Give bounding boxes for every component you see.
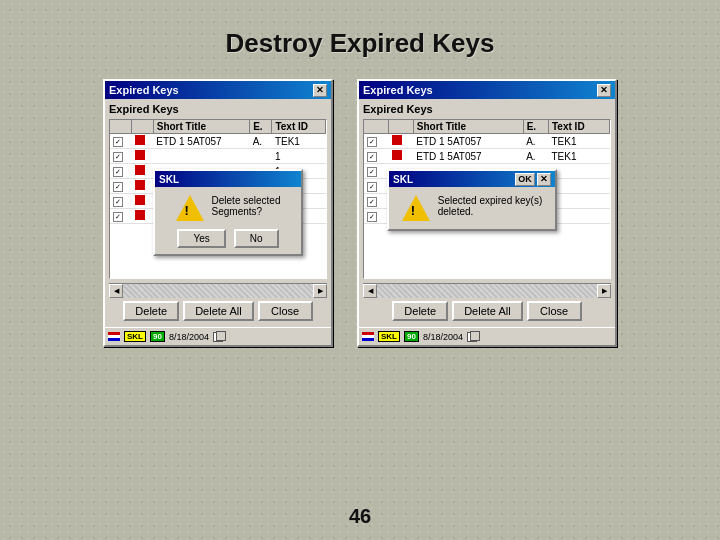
col-text-id: Text ID bbox=[549, 120, 610, 134]
checkbox[interactable] bbox=[113, 182, 123, 192]
textid-cell bbox=[549, 194, 610, 209]
warning-icon bbox=[176, 195, 204, 223]
confirm-dialog-buttons: Yes No bbox=[161, 229, 295, 248]
dialog2-titlebar-buttons: ✕ bbox=[597, 84, 611, 97]
textid-cell: 1 bbox=[272, 149, 326, 164]
table-row: ETD 1 5AT057 A. TEK1 bbox=[364, 149, 610, 164]
scroll-right-arrow[interactable]: ▶ bbox=[597, 284, 611, 298]
red-indicator bbox=[392, 150, 402, 160]
taskbar-date: 8/18/2004 bbox=[169, 332, 209, 342]
close-button[interactable]: Close bbox=[527, 301, 582, 321]
short-title-cell: ETD 1 5AT057 bbox=[153, 134, 249, 149]
red-indicator bbox=[135, 210, 145, 220]
message-dialog-row: Selected expired key(s)deleted. bbox=[402, 195, 543, 223]
horizontal-scrollbar[interactable]: ◀ ▶ bbox=[363, 283, 611, 297]
close-button[interactable]: Close bbox=[258, 301, 313, 321]
short-title-cell: ETD 1 5AT057 bbox=[413, 134, 523, 149]
flag-icon bbox=[108, 332, 120, 341]
yes-button[interactable]: Yes bbox=[177, 229, 225, 248]
textid-cell: TEK1 bbox=[272, 134, 326, 149]
textid-cell bbox=[549, 164, 610, 179]
dialog1-titlebar: Expired Keys ✕ bbox=[105, 81, 331, 99]
checkbox[interactable] bbox=[367, 152, 377, 162]
red-indicator bbox=[135, 165, 145, 175]
short-title-cell bbox=[153, 149, 249, 164]
table-row: 1 bbox=[110, 149, 326, 164]
textid-cell bbox=[549, 209, 610, 224]
red-indicator bbox=[135, 135, 145, 145]
checkbox[interactable] bbox=[113, 167, 123, 177]
confirm-dialog-title: SKL bbox=[155, 171, 301, 187]
skl-badge: SKL bbox=[378, 331, 400, 342]
col-e: E. bbox=[250, 120, 272, 134]
checkbox[interactable] bbox=[367, 182, 377, 192]
page-number: 46 bbox=[349, 505, 371, 528]
dialog1-subtitle: Expired Keys bbox=[109, 103, 327, 115]
table-row: ETD 1 5AT057 A. TEK1 bbox=[110, 134, 326, 149]
textid-cell bbox=[549, 179, 610, 194]
textid-cell: TEK1 bbox=[549, 149, 610, 164]
scroll-track[interactable] bbox=[377, 284, 597, 298]
checkbox[interactable] bbox=[367, 197, 377, 207]
dialog1-wrapper: Expired Keys ✕ Expired Keys Short Title bbox=[103, 79, 333, 347]
message-dialog-title: SKL OK ✕ bbox=[389, 171, 555, 187]
confirm-dialog-text: Delete selectedSegments? bbox=[212, 195, 281, 217]
horizontal-scrollbar[interactable]: ◀ ▶ bbox=[109, 283, 327, 297]
checkbox[interactable] bbox=[367, 212, 377, 222]
no-button[interactable]: No bbox=[234, 229, 279, 248]
dialog2-title: Expired Keys bbox=[363, 84, 433, 96]
col-e: E. bbox=[523, 120, 548, 134]
red-indicator bbox=[135, 180, 145, 190]
message-dialog-text: Selected expired key(s)deleted. bbox=[438, 195, 543, 217]
col-text-id: Text ID bbox=[272, 120, 326, 134]
message-ok-button[interactable]: OK bbox=[515, 173, 535, 186]
message-dialog-body: Selected expired key(s)deleted. bbox=[389, 187, 555, 229]
red-indicator bbox=[392, 135, 402, 145]
warning-icon bbox=[402, 195, 430, 223]
col-short-title: Short Title bbox=[413, 120, 523, 134]
warning-triangle bbox=[176, 195, 204, 221]
delete-button[interactable]: Delete bbox=[123, 301, 179, 321]
short-title-cell: ETD 1 5AT057 bbox=[413, 149, 523, 164]
message-title-label: SKL bbox=[393, 174, 413, 185]
copy-icon bbox=[213, 332, 223, 342]
skl-badge: SKL bbox=[124, 331, 146, 342]
e-cell: A. bbox=[523, 149, 548, 164]
dialog1-title: Expired Keys bbox=[109, 84, 179, 96]
num-badge: 90 bbox=[404, 331, 419, 342]
scroll-track[interactable] bbox=[123, 284, 313, 298]
dialog2-taskbar: SKL 90 8/18/2004 bbox=[359, 327, 615, 345]
delete-all-button[interactable]: Delete All bbox=[452, 301, 522, 321]
table-row: ETD 1 5AT057 A. TEK1 bbox=[364, 134, 610, 149]
e-cell: A. bbox=[250, 134, 272, 149]
flag-icon bbox=[362, 332, 374, 341]
taskbar-date: 8/18/2004 bbox=[423, 332, 463, 342]
checkbox[interactable] bbox=[113, 137, 123, 147]
dialog1-taskbar: SKL 90 8/18/2004 bbox=[105, 327, 331, 345]
scroll-right-arrow[interactable]: ▶ bbox=[313, 284, 327, 298]
dialog2-buttons: Delete Delete All Close bbox=[363, 301, 611, 321]
scroll-left-arrow[interactable]: ◀ bbox=[109, 284, 123, 298]
col-icon bbox=[389, 120, 414, 134]
red-indicator bbox=[135, 150, 145, 160]
delete-button[interactable]: Delete bbox=[392, 301, 448, 321]
dialog1-titlebar-buttons: ✕ bbox=[313, 84, 327, 97]
dialog1-close-button[interactable]: ✕ bbox=[313, 84, 327, 97]
dialog2-close-button[interactable]: ✕ bbox=[597, 84, 611, 97]
checkbox[interactable] bbox=[113, 197, 123, 207]
message-close-button[interactable]: ✕ bbox=[537, 173, 551, 186]
checkbox[interactable] bbox=[113, 152, 123, 162]
textid-cell: TEK1 bbox=[549, 134, 610, 149]
col-check bbox=[110, 120, 132, 134]
e-cell bbox=[250, 149, 272, 164]
col-short-title: Short Title bbox=[153, 120, 249, 134]
checkbox[interactable] bbox=[367, 167, 377, 177]
col-check bbox=[364, 120, 389, 134]
checkbox[interactable] bbox=[367, 137, 377, 147]
message-dialog: SKL OK ✕ Selected expired key(s)deleted. bbox=[387, 169, 557, 231]
checkbox[interactable] bbox=[113, 212, 123, 222]
e-cell: A. bbox=[523, 134, 548, 149]
scroll-left-arrow[interactable]: ◀ bbox=[363, 284, 377, 298]
confirm-dialog-row: Delete selectedSegments? bbox=[176, 195, 281, 223]
delete-all-button[interactable]: Delete All bbox=[183, 301, 253, 321]
